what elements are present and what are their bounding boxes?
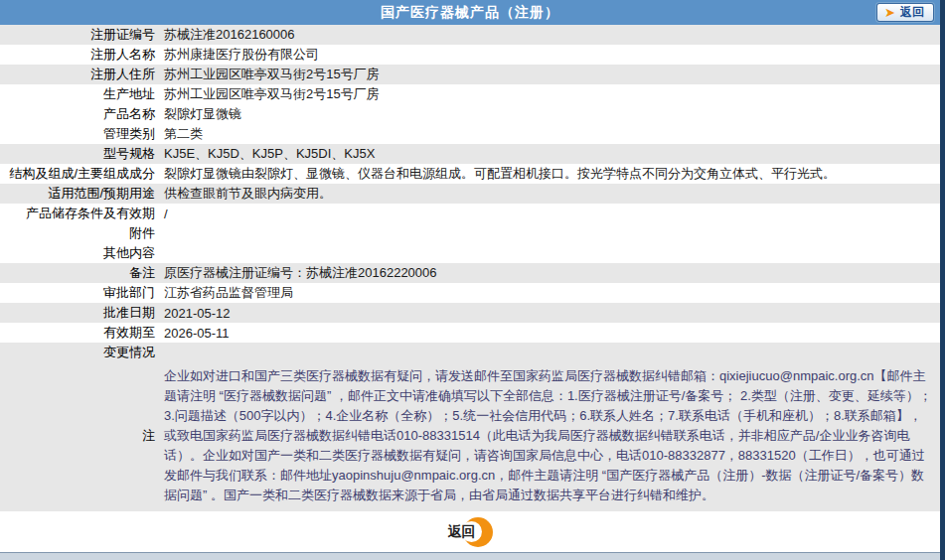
table-row: 有效期至2026-05-11 [0, 323, 940, 343]
back-button-label: 返回 [900, 4, 924, 21]
row-label: 生产地址 [0, 85, 164, 103]
table-row: 附件 [0, 223, 940, 243]
row-label: 其他内容 [0, 244, 164, 262]
table-row: 结构及组成/主要组成成分裂隙灯显微镜由裂隙灯、显微镜、仪器台和电源组成。可配置相… [0, 164, 940, 184]
row-label: 注册证编号 [0, 26, 164, 44]
note-label: 注 [0, 427, 164, 445]
row-value: 苏州工业园区唯亭双马街2号15号厂房 [164, 85, 940, 103]
table-row: 型号规格KJ5E、KJ5D、KJ5P、KJ5DI、KJ5X [0, 144, 940, 164]
row-value: KJ5E、KJ5D、KJ5P、KJ5DI、KJ5X [164, 145, 940, 163]
row-value: 原医疗器械注册证编号：苏械注准20162220006 [164, 264, 940, 282]
table-row: 生产地址苏州工业园区唯亭双马街2号15号厂房 [0, 84, 940, 104]
row-value: 江苏省药品监督管理局 [164, 284, 940, 302]
table-row: 变更情况 [0, 343, 940, 362]
table-row: 适用范围/预期用途供检查眼前节及眼内病变用。 [0, 184, 940, 204]
row-value: 裂隙灯显微镜由裂隙灯、显微镜、仪器台和电源组成。可配置相机接口。按光学特点不同分… [164, 165, 940, 183]
row-label: 产品名称 [0, 105, 164, 123]
note-row: 注 企业如对进口和国产三类医疗器械数据有疑问，请发送邮件至国家药监局医疗器械数据… [0, 362, 940, 511]
registration-detail-page: 国产医疗器械产品（注册） ➤ 返回 注册证编号苏械注准20162160006注册… [0, 0, 945, 560]
row-label: 管理类别 [0, 125, 164, 143]
row-value: / [164, 207, 940, 221]
row-label: 注册人名称 [0, 46, 164, 64]
row-value: 第二类 [164, 125, 940, 143]
page-title: 国产医疗器械产品（注册） [381, 4, 559, 22]
row-value: 供检查眼前节及眼内病变用。 [164, 185, 940, 203]
back-arrow-icon: ➤ [884, 6, 895, 19]
window-bottom-edge [0, 552, 940, 560]
row-value: 2026-05-11 [164, 326, 940, 341]
back-button-top[interactable]: ➤ 返回 [876, 3, 934, 22]
row-label: 型号规格 [0, 145, 164, 163]
table-row: 其他内容 [0, 243, 940, 263]
row-label: 产品储存条件及有效期 [0, 205, 164, 222]
row-label: 审批部门 [0, 284, 164, 302]
row-label: 注册人住所 [0, 66, 164, 83]
back-button-bottom-label: 返回 [448, 523, 476, 541]
note-text: 企业如对进口和国产三类医疗器械数据有疑问，请发送邮件至国家药监局医疗器械数据纠错… [164, 366, 940, 505]
row-label: 批准日期 [0, 304, 164, 322]
table-row: 产品储存条件及有效期/ [0, 204, 940, 223]
row-value: 苏州康捷医疗股份有限公司 [164, 46, 940, 64]
row-label: 适用范围/预期用途 [0, 185, 164, 203]
table-row: 备注原医疗器械注册证编号：苏械注准20162220006 [0, 263, 940, 283]
table-row: 注册证编号苏械注准20162160006 [0, 25, 940, 45]
row-label: 有效期至 [0, 324, 164, 342]
back-button-bottom[interactable]: 返回 [448, 517, 493, 547]
table-row: 审批部门江苏省药品监督管理局 [0, 283, 940, 303]
row-label: 结构及组成/主要组成成分 [0, 165, 164, 183]
registration-table: 注册证编号苏械注准20162160006注册人名称苏州康捷医疗股份有限公司注册人… [0, 25, 940, 362]
page-header: 国产医疗器械产品（注册） ➤ 返回 [0, 0, 940, 25]
table-row: 管理类别第二类 [0, 124, 940, 144]
row-value: 苏械注准20162160006 [164, 26, 940, 44]
page-footer: 返回 [0, 511, 940, 552]
row-label: 变更情况 [0, 344, 164, 361]
table-row: 注册人住所苏州工业园区唯亭双马街2号15号厂房 [0, 65, 940, 84]
table-row: 产品名称裂隙灯显微镜 [0, 104, 940, 124]
table-row: 注册人名称苏州康捷医疗股份有限公司 [0, 45, 940, 65]
row-label: 备注 [0, 264, 164, 282]
row-label: 附件 [0, 224, 164, 242]
row-value: 裂隙灯显微镜 [164, 105, 940, 123]
row-value: 2021-05-12 [164, 306, 940, 321]
row-value: 苏州工业园区唯亭双马街2号15号厂房 [164, 66, 940, 83]
table-row: 批准日期2021-05-12 [0, 303, 940, 323]
